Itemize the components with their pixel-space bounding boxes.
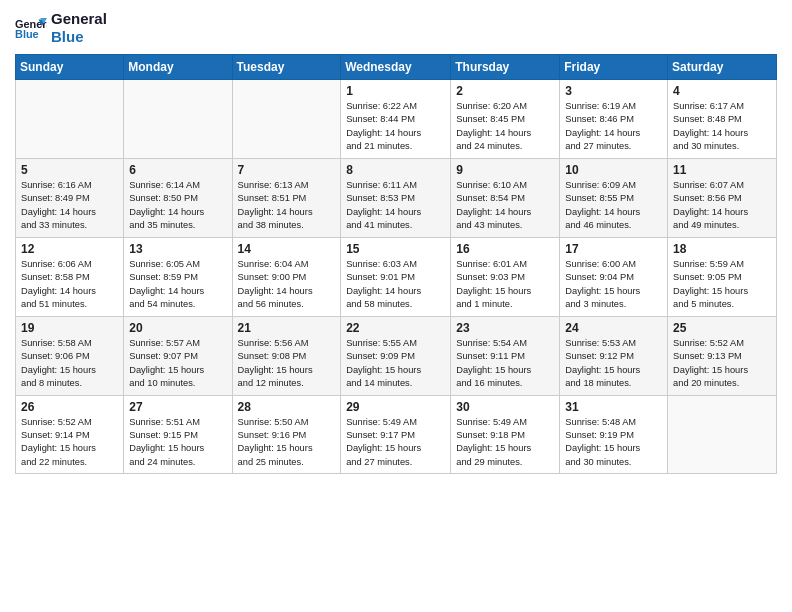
day-number: 27: [129, 400, 226, 414]
header: General Blue General Blue: [15, 10, 777, 46]
day-number: 11: [673, 163, 771, 177]
calendar-day-14: 14Sunrise: 6:04 AM Sunset: 9:00 PM Dayli…: [232, 237, 341, 316]
calendar-empty-cell: [232, 80, 341, 159]
day-info: Sunrise: 6:16 AM Sunset: 8:49 PM Dayligh…: [21, 179, 118, 233]
day-info: Sunrise: 5:59 AM Sunset: 9:05 PM Dayligh…: [673, 258, 771, 312]
day-info: Sunrise: 5:56 AM Sunset: 9:08 PM Dayligh…: [238, 337, 336, 391]
logo-general: General: [51, 10, 107, 28]
day-number: 22: [346, 321, 445, 335]
day-number: 13: [129, 242, 226, 256]
day-info: Sunrise: 6:22 AM Sunset: 8:44 PM Dayligh…: [346, 100, 445, 154]
calendar-day-8: 8Sunrise: 6:11 AM Sunset: 8:53 PM Daylig…: [341, 158, 451, 237]
day-number: 23: [456, 321, 554, 335]
calendar-week-4: 19Sunrise: 5:58 AM Sunset: 9:06 PM Dayli…: [16, 316, 777, 395]
calendar-day-9: 9Sunrise: 6:10 AM Sunset: 8:54 PM Daylig…: [451, 158, 560, 237]
day-number: 25: [673, 321, 771, 335]
day-number: 24: [565, 321, 662, 335]
day-number: 19: [21, 321, 118, 335]
calendar-empty-cell: [16, 80, 124, 159]
day-number: 1: [346, 84, 445, 98]
day-info: Sunrise: 6:00 AM Sunset: 9:04 PM Dayligh…: [565, 258, 662, 312]
day-info: Sunrise: 5:55 AM Sunset: 9:09 PM Dayligh…: [346, 337, 445, 391]
calendar-table: SundayMondayTuesdayWednesdayThursdayFrid…: [15, 54, 777, 474]
day-info: Sunrise: 6:05 AM Sunset: 8:59 PM Dayligh…: [129, 258, 226, 312]
day-number: 31: [565, 400, 662, 414]
calendar-day-6: 6Sunrise: 6:14 AM Sunset: 8:50 PM Daylig…: [124, 158, 232, 237]
day-number: 28: [238, 400, 336, 414]
day-number: 10: [565, 163, 662, 177]
day-info: Sunrise: 6:09 AM Sunset: 8:55 PM Dayligh…: [565, 179, 662, 233]
day-info: Sunrise: 6:01 AM Sunset: 9:03 PM Dayligh…: [456, 258, 554, 312]
day-info: Sunrise: 6:06 AM Sunset: 8:58 PM Dayligh…: [21, 258, 118, 312]
main-container: General Blue General Blue SundayMondayTu…: [0, 0, 792, 489]
day-info: Sunrise: 6:20 AM Sunset: 8:45 PM Dayligh…: [456, 100, 554, 154]
calendar-empty-cell: [668, 395, 777, 474]
svg-text:Blue: Blue: [15, 28, 39, 40]
day-info: Sunrise: 6:17 AM Sunset: 8:48 PM Dayligh…: [673, 100, 771, 154]
logo: General Blue General Blue: [15, 10, 107, 46]
calendar-day-31: 31Sunrise: 5:48 AM Sunset: 9:19 PM Dayli…: [560, 395, 668, 474]
calendar-day-18: 18Sunrise: 5:59 AM Sunset: 9:05 PM Dayli…: [668, 237, 777, 316]
logo-blue: Blue: [51, 28, 107, 46]
day-number: 12: [21, 242, 118, 256]
calendar-day-2: 2Sunrise: 6:20 AM Sunset: 8:45 PM Daylig…: [451, 80, 560, 159]
calendar-day-23: 23Sunrise: 5:54 AM Sunset: 9:11 PM Dayli…: [451, 316, 560, 395]
day-number: 9: [456, 163, 554, 177]
day-info: Sunrise: 5:49 AM Sunset: 9:18 PM Dayligh…: [456, 416, 554, 470]
day-info: Sunrise: 5:57 AM Sunset: 9:07 PM Dayligh…: [129, 337, 226, 391]
weekday-header-friday: Friday: [560, 55, 668, 80]
day-number: 4: [673, 84, 771, 98]
calendar-week-3: 12Sunrise: 6:06 AM Sunset: 8:58 PM Dayli…: [16, 237, 777, 316]
calendar-day-24: 24Sunrise: 5:53 AM Sunset: 9:12 PM Dayli…: [560, 316, 668, 395]
day-number: 5: [21, 163, 118, 177]
calendar-day-22: 22Sunrise: 5:55 AM Sunset: 9:09 PM Dayli…: [341, 316, 451, 395]
calendar-day-11: 11Sunrise: 6:07 AM Sunset: 8:56 PM Dayli…: [668, 158, 777, 237]
day-number: 18: [673, 242, 771, 256]
day-number: 3: [565, 84, 662, 98]
weekday-header-monday: Monday: [124, 55, 232, 80]
calendar-week-5: 26Sunrise: 5:52 AM Sunset: 9:14 PM Dayli…: [16, 395, 777, 474]
calendar-day-25: 25Sunrise: 5:52 AM Sunset: 9:13 PM Dayli…: [668, 316, 777, 395]
day-number: 6: [129, 163, 226, 177]
calendar-day-1: 1Sunrise: 6:22 AM Sunset: 8:44 PM Daylig…: [341, 80, 451, 159]
day-number: 14: [238, 242, 336, 256]
day-info: Sunrise: 5:52 AM Sunset: 9:13 PM Dayligh…: [673, 337, 771, 391]
day-info: Sunrise: 5:52 AM Sunset: 9:14 PM Dayligh…: [21, 416, 118, 470]
day-info: Sunrise: 6:14 AM Sunset: 8:50 PM Dayligh…: [129, 179, 226, 233]
calendar-empty-cell: [124, 80, 232, 159]
weekday-header-tuesday: Tuesday: [232, 55, 341, 80]
calendar-week-2: 5Sunrise: 6:16 AM Sunset: 8:49 PM Daylig…: [16, 158, 777, 237]
calendar-day-19: 19Sunrise: 5:58 AM Sunset: 9:06 PM Dayli…: [16, 316, 124, 395]
day-info: Sunrise: 5:58 AM Sunset: 9:06 PM Dayligh…: [21, 337, 118, 391]
day-number: 8: [346, 163, 445, 177]
calendar-day-20: 20Sunrise: 5:57 AM Sunset: 9:07 PM Dayli…: [124, 316, 232, 395]
day-number: 26: [21, 400, 118, 414]
calendar-day-27: 27Sunrise: 5:51 AM Sunset: 9:15 PM Dayli…: [124, 395, 232, 474]
weekday-header-row: SundayMondayTuesdayWednesdayThursdayFrid…: [16, 55, 777, 80]
calendar-day-5: 5Sunrise: 6:16 AM Sunset: 8:49 PM Daylig…: [16, 158, 124, 237]
calendar-day-30: 30Sunrise: 5:49 AM Sunset: 9:18 PM Dayli…: [451, 395, 560, 474]
calendar-day-4: 4Sunrise: 6:17 AM Sunset: 8:48 PM Daylig…: [668, 80, 777, 159]
calendar-day-26: 26Sunrise: 5:52 AM Sunset: 9:14 PM Dayli…: [16, 395, 124, 474]
day-info: Sunrise: 6:04 AM Sunset: 9:00 PM Dayligh…: [238, 258, 336, 312]
day-info: Sunrise: 5:48 AM Sunset: 9:19 PM Dayligh…: [565, 416, 662, 470]
calendar-day-21: 21Sunrise: 5:56 AM Sunset: 9:08 PM Dayli…: [232, 316, 341, 395]
day-number: 30: [456, 400, 554, 414]
weekday-header-saturday: Saturday: [668, 55, 777, 80]
day-info: Sunrise: 6:03 AM Sunset: 9:01 PM Dayligh…: [346, 258, 445, 312]
calendar-day-15: 15Sunrise: 6:03 AM Sunset: 9:01 PM Dayli…: [341, 237, 451, 316]
calendar-day-28: 28Sunrise: 5:50 AM Sunset: 9:16 PM Dayli…: [232, 395, 341, 474]
day-number: 17: [565, 242, 662, 256]
calendar-day-12: 12Sunrise: 6:06 AM Sunset: 8:58 PM Dayli…: [16, 237, 124, 316]
day-number: 7: [238, 163, 336, 177]
day-info: Sunrise: 6:10 AM Sunset: 8:54 PM Dayligh…: [456, 179, 554, 233]
day-number: 29: [346, 400, 445, 414]
calendar-day-13: 13Sunrise: 6:05 AM Sunset: 8:59 PM Dayli…: [124, 237, 232, 316]
day-info: Sunrise: 5:53 AM Sunset: 9:12 PM Dayligh…: [565, 337, 662, 391]
day-info: Sunrise: 6:11 AM Sunset: 8:53 PM Dayligh…: [346, 179, 445, 233]
day-number: 15: [346, 242, 445, 256]
day-info: Sunrise: 6:19 AM Sunset: 8:46 PM Dayligh…: [565, 100, 662, 154]
day-info: Sunrise: 5:49 AM Sunset: 9:17 PM Dayligh…: [346, 416, 445, 470]
logo-icon: General Blue: [15, 16, 47, 40]
day-number: 21: [238, 321, 336, 335]
